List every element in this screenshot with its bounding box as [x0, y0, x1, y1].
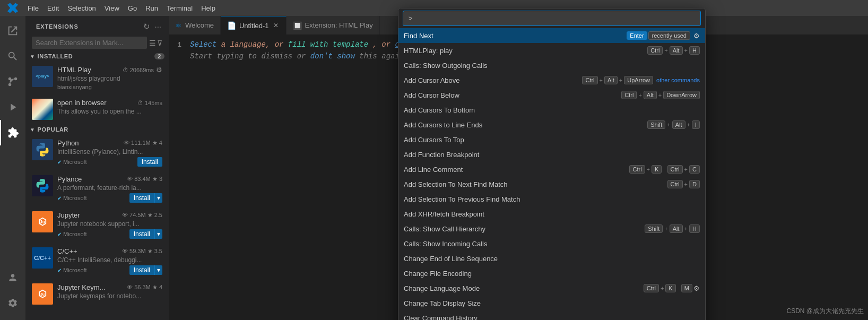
jupyter-publisher: ✔ Microsoft	[57, 231, 87, 237]
menu-terminal[interactable]: Terminal	[162, 0, 197, 16]
list-icon[interactable]: ☰	[149, 39, 156, 47]
command-palette-input[interactable]	[403, 11, 701, 26]
cpp-install-btn[interactable]: Install	[129, 265, 154, 275]
python-install-btn[interactable]: Install	[137, 157, 162, 167]
installed-section-header[interactable]: ▼ INSTALLED 2	[25, 51, 169, 62]
html-play-gear[interactable]: ⚙	[156, 66, 162, 74]
cp-item-sel-prev-find[interactable]: Add Selection To Previous Find Match	[398, 192, 705, 206]
html-play-meta: ⏱ 20669ms	[123, 67, 154, 73]
tab-extension[interactable]: 🔲 Extension: HTML Play	[287, 16, 380, 34]
html-play-name: HTML Play	[57, 66, 91, 74]
find-next-gear[interactable]: ⚙	[693, 32, 700, 40]
cp-item-htmlplay[interactable]: HTMLPlay: play Ctrl+Alt+H	[398, 43, 705, 58]
sidebar: EXTENSIONS ↻ ··· ☰ ⊽ ▼ INSTALLED 2 <play…	[25, 16, 169, 320]
ext-item-python[interactable]: Python 👁 111.1M ★ 4 IntelliSense (Pylanc…	[25, 135, 169, 171]
lang-mode-gear[interactable]: ⚙	[693, 284, 700, 292]
menu-run[interactable]: Run	[141, 0, 162, 16]
more-actions-icon[interactable]: ···	[153, 21, 162, 32]
ext-item-jupyter[interactable]: ⬡ Ju Jupyter 👁 74.5M ★ 2.5 Jupyter noteb…	[25, 207, 169, 243]
activity-source-control[interactable]	[0, 69, 25, 94]
cp-item-xhr-breakpoint[interactable]: Add XHR/fetch Breakpoint	[398, 206, 705, 221]
popular-label: POPULAR	[38, 126, 68, 133]
cpp-icon: C/C++	[32, 247, 53, 269]
jupyter-keymaps-details: Jupyter Keym... 👁 56.3M ★ 4 Jupyter keym…	[57, 283, 162, 300]
other-commands-link[interactable]: other commands	[656, 77, 700, 83]
ext-item-pylance[interactable]: Pylance 👁 83.4M ★ 3 A performant, featur…	[25, 171, 169, 207]
line-number-1: 1	[169, 41, 190, 49]
refresh-icon[interactable]: ↻	[142, 21, 151, 32]
cp-item-clear-history[interactable]: Clear Command History	[398, 310, 705, 320]
jupyter-install-arrow[interactable]: ▾	[154, 229, 162, 239]
tab-welcome[interactable]: ⚛ Welcome	[169, 16, 221, 34]
untitled-tab-close[interactable]: ✕	[272, 21, 280, 30]
cp-item-file-encoding[interactable]: Change File Encoding	[398, 266, 705, 281]
pylance-details: Pylance 👁 83.4M ★ 3 A performant, featur…	[57, 175, 162, 203]
cp-item-find-next[interactable]: Find Next Enter recently used ⚙	[398, 28, 705, 43]
pylance-install-btn[interactable]: Install	[129, 193, 154, 203]
ext-item-cpp[interactable]: C/C++ C/C++ 👁 59.3M ★ 3.5 C/C++ IntelliS…	[25, 243, 169, 279]
html-play-details: HTML Play ⏱ 20669ms ⚙ html/js/css playgr…	[57, 66, 162, 90]
eol-label: Change End of Line Sequence	[404, 255, 700, 263]
python-icon	[32, 139, 53, 160]
jupyter-desc: Jupyter notebook support, i...	[57, 220, 162, 228]
cp-item-cursors-line-ends[interactable]: Add Cursors to Line Ends Shift+Alt+I	[398, 117, 705, 132]
cp-item-tab-display-size[interactable]: Change Tab Display Size	[398, 296, 705, 310]
jupyter-install-btn[interactable]: Install	[129, 229, 154, 239]
popular-section-header[interactable]: ▼ POPULAR	[25, 124, 169, 135]
ext-item-html-play[interactable]: <play> HTML Play ⏱ 20669ms ⚙ html/js/css…	[25, 62, 169, 94]
cp-item-eol[interactable]: Change End of Line Sequence	[398, 251, 705, 266]
extension-tab-label: Extension: HTML Play	[305, 21, 373, 29]
python-publisher: ✔ Microsoft	[57, 159, 87, 165]
menu-edit[interactable]: Edit	[43, 0, 63, 16]
search-icons: ☰ ⊽	[149, 39, 162, 47]
cp-item-show-outgoing[interactable]: Calls: Show Outgoing Calls	[398, 58, 705, 73]
sidebar-actions: ↻ ···	[142, 21, 162, 32]
activity-run[interactable]	[0, 94, 25, 120]
filter-icon[interactable]: ⊽	[157, 39, 162, 47]
menu-help[interactable]: Help	[197, 0, 220, 16]
cp-item-incoming-calls[interactable]: Calls: Show Incoming Calls	[398, 236, 705, 251]
activity-settings[interactable]	[0, 290, 25, 316]
pylance-icon	[32, 175, 53, 196]
sel-prev-find-label: Add Selection To Previous Find Match	[404, 195, 700, 203]
cp-item-cursors-top[interactable]: Add Cursors To Top	[398, 132, 705, 147]
cp-item-sel-next-find[interactable]: Add Selection To Next Find Match Ctrl+D	[398, 177, 705, 192]
tab-untitled[interactable]: 📄 Untitled-1 ✕	[221, 16, 287, 34]
jupyter-icon: ⬡ Ju	[32, 211, 53, 232]
cp-item-line-comment[interactable]: Add Line Comment Ctrl+K Ctrl+C	[398, 162, 705, 177]
cp-item-cursors-bottom[interactable]: Add Cursors To Bottom	[398, 102, 705, 117]
activity-accounts[interactable]	[0, 265, 25, 290]
cp-item-call-hierarchy[interactable]: Calls: Show Call Hierarchy Shift+Alt+H	[398, 221, 705, 236]
pylance-publisher: ✔ Microsoft	[57, 195, 87, 201]
cp-item-lang-mode[interactable]: Change Language Mode Ctrl+K M ⚙	[398, 281, 705, 296]
installed-count: 2	[154, 53, 164, 59]
welcome-tab-label: Welcome	[185, 21, 214, 29]
ext-item-jupyter-keymaps[interactable]: ⬡ Ju Jupyter Keym... 👁 56.3M ★ 4 Jupyter…	[25, 279, 169, 309]
cp-item-function-breakpoint[interactable]: Add Function Breakpoint	[398, 147, 705, 162]
menu-file[interactable]: File	[23, 0, 43, 16]
pylance-meta: 👁 83.4M ★ 3	[127, 176, 162, 183]
search-input[interactable]	[32, 37, 147, 49]
cp-item-cursor-above[interactable]: Add Cursor Above Ctrl+Alt+UpArrow other …	[398, 73, 705, 88]
python-desc: IntelliSense (Pylance), Lintin...	[57, 148, 162, 155]
menu-go[interactable]: Go	[124, 0, 141, 16]
activity-extensions[interactable]	[0, 120, 25, 145]
activity-search[interactable]	[0, 44, 25, 69]
extension-list: ▼ INSTALLED 2 <play> HTML Play ⏱ 20669ms…	[25, 51, 169, 320]
cpp-publisher: ✔ Microsoft	[57, 267, 87, 273]
pylance-install-arrow[interactable]: ▾	[154, 193, 162, 203]
extension-tab-icon: 🔲	[293, 21, 302, 30]
menu-selection[interactable]: Selection	[63, 0, 100, 16]
welcome-tab-icon: ⚛	[175, 21, 182, 30]
line-comment-shortcut: Ctrl+K Ctrl+C	[629, 165, 700, 174]
ext-item-open-browser[interactable]: open in browser ⏱ 145ms This allows you …	[25, 94, 169, 124]
cp-item-cursor-below[interactable]: Add Cursor Below Ctrl+Alt+DownArrow	[398, 88, 705, 102]
cursor-below-label: Add Cursor Below	[404, 91, 621, 99]
cpp-install-arrow[interactable]: ▾	[154, 265, 162, 275]
watermark: CSDN @成为大佬先充先生	[786, 307, 864, 316]
installed-chevron: ▼	[30, 54, 36, 59]
menu-view[interactable]: View	[100, 0, 124, 16]
search-box-container: ☰ ⊽	[25, 34, 169, 51]
command-palette: Find Next Enter recently used ⚙ HTMLPlay…	[398, 8, 706, 320]
activity-explorer[interactable]	[0, 18, 25, 44]
